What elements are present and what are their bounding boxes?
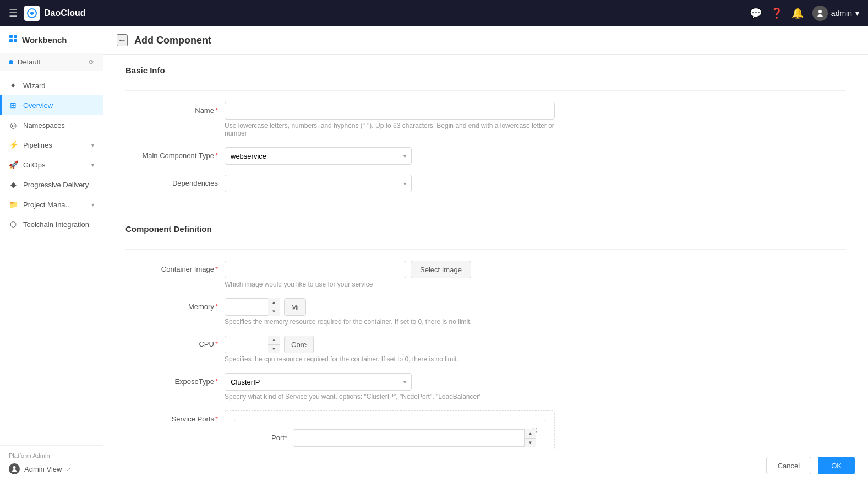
- admin-view-label: Admin View: [24, 465, 62, 473]
- component-definition-title: Component Definition: [125, 224, 846, 238]
- port-form-row: Port* ▲ ▼: [243, 429, 536, 450]
- sidebar-item-namespaces[interactable]: ◎ Namespaces: [0, 115, 103, 135]
- sidebar-item-label: Pipelines: [23, 141, 86, 149]
- name-input[interactable]: [225, 102, 555, 120]
- memory-increment-button[interactable]: ▲: [268, 298, 280, 307]
- sidebar-item-project[interactable]: 📁 Project Mana... ▾: [0, 194, 103, 214]
- navbar: ☰ DaoCloud 💬 ❓ 🔔 admin ▾: [0, 0, 868, 26]
- container-image-label: Container Image*: [125, 261, 225, 273]
- sidebar-workbench-item[interactable]: Workbench: [0, 26, 103, 53]
- name-row: Name* Use lowercase letters, numbers, an…: [125, 102, 846, 137]
- sidebar-item-label: GitOps: [23, 161, 86, 169]
- name-field: Use lowercase letters, numbers, and hyph…: [225, 102, 555, 137]
- cpu-unit-badge: Core: [284, 336, 314, 353]
- dependencies-field: ▾: [225, 175, 555, 192]
- menu-icon[interactable]: ☰: [9, 7, 18, 19]
- sidebar-default-row: Default ⟳: [0, 53, 103, 71]
- required-mark: *: [215, 340, 218, 348]
- memory-input-field: 1024 ▲ ▼: [225, 298, 280, 316]
- overview-icon: ⊞: [9, 101, 18, 110]
- namespaces-icon: ◎: [9, 121, 18, 129]
- main-layout: Workbench Default ⟳ ✦ Wizard ⊞ Overview …: [0, 26, 868, 481]
- required-mark: *: [215, 415, 218, 423]
- page-title: Add Component: [134, 35, 211, 46]
- dependencies-label: Dependencies: [125, 175, 225, 187]
- sidebar-item-pipelines[interactable]: ⚡ Pipelines ▾: [0, 135, 103, 155]
- memory-unit-badge: Mi: [284, 298, 306, 316]
- container-image-field: Select Image Which image would you like …: [225, 261, 555, 288]
- select-image-button[interactable]: Select Image: [411, 261, 471, 278]
- chat-icon[interactable]: 💬: [750, 7, 762, 19]
- page-header: ← Add Component: [103, 26, 868, 55]
- name-label: Name*: [125, 102, 225, 115]
- main-component-type-label: Main Component Type*: [125, 147, 225, 160]
- help-icon[interactable]: ❓: [771, 7, 783, 19]
- logo-text: DaoCloud: [44, 8, 86, 18]
- port-hint: Number of port to expose on the pod's IP…: [293, 449, 536, 450]
- port-label: Port*: [243, 429, 293, 442]
- container-image-hint: Which image would you like to use for yo…: [225, 280, 555, 288]
- toolchain-icon: ⬡: [9, 220, 18, 229]
- user-name: admin: [831, 9, 852, 18]
- required-mark: *: [215, 302, 218, 311]
- cpu-increment-button[interactable]: ▲: [268, 336, 280, 344]
- required-mark: *: [215, 152, 218, 160]
- sidebar-item-gitops[interactable]: 🚀 GitOps ▾: [0, 155, 103, 175]
- port-increment-button[interactable]: ▲: [525, 429, 536, 438]
- logo-icon: [24, 6, 40, 21]
- section-divider: [125, 90, 846, 91]
- port-input[interactable]: [293, 429, 536, 447]
- sidebar-item-progressive[interactable]: ◆ Progressive Delivery: [0, 175, 103, 194]
- container-image-input[interactable]: [225, 261, 406, 278]
- required-mark: *: [285, 434, 287, 442]
- svg-rect-5: [14, 39, 17, 42]
- main-component-type-select[interactable]: webservice worker task cron-task: [225, 147, 412, 165]
- cpu-field: 0.5 ▲ ▼ Core Specifies the cpu resource …: [225, 336, 555, 363]
- memory-row: Memory* 1024 ▲ ▼: [125, 298, 846, 326]
- sidebar-item-label: Project Mana...: [23, 201, 86, 209]
- expose-type-select[interactable]: ClusterIP NodePort LoadBalancer: [225, 373, 412, 391]
- memory-decrement-button[interactable]: ▼: [268, 307, 280, 316]
- service-ports-row: Service Ports* ✕ Port*: [125, 410, 846, 450]
- refresh-icon[interactable]: ⟳: [89, 58, 94, 66]
- sidebar-item-label: Progressive Delivery: [23, 181, 94, 189]
- default-label: Default: [18, 58, 84, 66]
- port-decrement-button[interactable]: ▼: [525, 439, 536, 447]
- memory-field: 1024 ▲ ▼ Mi Specifies the memory resourc…: [225, 298, 555, 326]
- admin-view-item[interactable]: Admin View ↗: [9, 463, 94, 474]
- required-mark: *: [215, 265, 218, 273]
- component-definition-section: Component Definition Container Image* Se…: [103, 213, 868, 450]
- user-menu[interactable]: admin ▾: [812, 6, 859, 21]
- service-ports-container: ✕ Port* ▲: [225, 410, 555, 450]
- ok-button[interactable]: OK: [818, 457, 855, 474]
- cpu-decrement-button[interactable]: ▼: [268, 345, 280, 354]
- memory-label: Memory*: [125, 298, 225, 311]
- required-mark: *: [215, 106, 218, 115]
- workbench-icon: [9, 34, 18, 45]
- dependencies-select[interactable]: [225, 175, 412, 192]
- content-area: ← Add Component Basic Info Name* Use low…: [103, 26, 868, 481]
- required-mark: *: [215, 377, 218, 386]
- cancel-button[interactable]: Cancel: [766, 457, 811, 474]
- cpu-input-wrapper: 0.5 ▲ ▼ Core: [225, 336, 555, 353]
- avatar: [812, 6, 828, 21]
- navbar-right: 💬 ❓ 🔔 admin ▾: [750, 6, 859, 21]
- bell-icon[interactable]: 🔔: [791, 7, 804, 19]
- name-hint: Use lowercase letters, numbers, and hyph…: [225, 122, 555, 137]
- expose-type-field: ClusterIP NodePort LoadBalancer ▾ Specif…: [225, 373, 555, 401]
- cpu-row: CPU* 0.5 ▲ ▼ Cor: [125, 336, 846, 363]
- cpu-hint: Specifies the cpu resource required for …: [225, 355, 555, 363]
- back-button[interactable]: ←: [117, 34, 128, 46]
- sidebar: Workbench Default ⟳ ✦ Wizard ⊞ Overview …: [0, 26, 103, 481]
- sidebar-item-toolchain[interactable]: ⬡ Toolchain Integration: [0, 214, 103, 234]
- sidebar-item-wizard[interactable]: ✦ Wizard: [0, 75, 103, 95]
- cpu-input-field: 0.5 ▲ ▼: [225, 336, 280, 353]
- sidebar-footer: Platform Admin Admin View ↗: [0, 445, 103, 481]
- chevron-down-icon: ▾: [91, 142, 94, 148]
- sidebar-item-label: Toolchain Integration: [23, 220, 94, 229]
- basic-info-title: Basic Info: [125, 66, 846, 79]
- sidebar-item-overview[interactable]: ⊞ Overview: [0, 95, 103, 115]
- sidebar-item-label: Wizard: [23, 82, 94, 90]
- port-spinner: ▲ ▼: [524, 429, 536, 447]
- port-input-wrapper: ▲ ▼ Number of port to expose on the pod'…: [293, 429, 536, 450]
